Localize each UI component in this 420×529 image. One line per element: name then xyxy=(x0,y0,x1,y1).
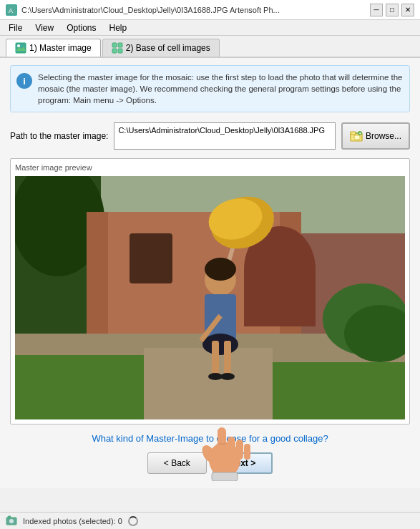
svg-point-37 xyxy=(202,334,238,355)
browse-button[interactable]: + Browse... xyxy=(341,122,410,150)
title-bar-left: A C:\Users\Administrator\Cloud_Desktop\J… xyxy=(6,4,280,16)
svg-rect-26 xyxy=(144,348,273,419)
svg-rect-6 xyxy=(118,43,122,47)
title-text: C:\Users\Administrator\Cloud_Desktop\Jel… xyxy=(21,6,280,14)
menu-help[interactable]: Help xyxy=(104,22,133,34)
back-button[interactable]: < Back xyxy=(147,452,207,474)
info-text: Selecting the master image for the mosai… xyxy=(38,72,404,106)
browse-label: Browse... xyxy=(366,131,401,141)
window-controls: ─ □ ✕ xyxy=(370,4,414,16)
cell-images-tab-icon xyxy=(112,42,123,54)
svg-rect-53 xyxy=(8,516,11,518)
svg-point-41 xyxy=(220,373,235,380)
status-photo-icon xyxy=(6,515,17,527)
master-image-preview xyxy=(15,176,405,419)
svg-text:+: + xyxy=(359,131,361,135)
svg-point-3 xyxy=(17,44,20,47)
help-link[interactable]: What kind of Master-Image to choose for … xyxy=(92,433,328,444)
svg-rect-5 xyxy=(112,43,117,47)
preview-legend: Master image preview xyxy=(15,163,405,172)
preview-group: Master image preview xyxy=(10,158,410,424)
info-icon: i xyxy=(16,73,32,89)
path-value: C:\Users\Administrator\Cloud_Desktop\Jel… xyxy=(114,122,336,150)
next-button[interactable]: Next > xyxy=(213,452,273,474)
svg-rect-30 xyxy=(273,362,405,419)
svg-rect-7 xyxy=(112,49,117,53)
menu-bar: File View Options Help xyxy=(0,20,420,36)
tab-master-image[interactable]: 1) Master image xyxy=(6,39,101,57)
loading-spinner xyxy=(128,516,138,526)
close-button[interactable]: ✕ xyxy=(401,4,414,16)
svg-rect-39 xyxy=(224,341,231,377)
svg-point-52 xyxy=(9,519,14,523)
nav-row: < Back Next > xyxy=(10,452,410,474)
path-label: Path to the master image: xyxy=(10,131,108,141)
info-box: i Selecting the master image for the mos… xyxy=(10,65,410,112)
svg-rect-29 xyxy=(15,355,144,419)
svg-rect-11 xyxy=(354,135,360,140)
browse-icon: + xyxy=(350,130,363,142)
tab-bar: 1) Master image 2) Base of cell images xyxy=(0,36,420,58)
svg-rect-10 xyxy=(351,132,356,135)
help-link-row: What kind of Master-Image to choose for … xyxy=(10,433,410,444)
menu-file[interactable]: File xyxy=(3,22,28,34)
tab-cell-images[interactable]: 2) Base of cell images xyxy=(102,39,220,57)
main-content: i Selecting the master image for the mos… xyxy=(0,58,420,488)
svg-rect-23 xyxy=(244,269,316,326)
svg-rect-50 xyxy=(212,472,238,481)
maximize-button[interactable]: □ xyxy=(386,4,399,16)
master-image-tab-icon xyxy=(15,42,26,54)
svg-point-35 xyxy=(205,258,236,281)
path-row: Path to the master image: C:\Users\Admin… xyxy=(10,122,410,150)
title-bar: A C:\Users\Administrator\Cloud_Desktop\J… xyxy=(0,0,420,20)
svg-text:A: A xyxy=(9,7,13,14)
svg-rect-38 xyxy=(212,341,219,377)
menu-options[interactable]: Options xyxy=(61,22,102,34)
minimize-button[interactable]: ─ xyxy=(370,4,383,16)
status-text: Indexed photos (selected): 0 xyxy=(23,517,122,525)
svg-rect-8 xyxy=(118,49,122,53)
tab-cell-images-label: 2) Base of cell images xyxy=(126,43,210,53)
menu-view[interactable]: View xyxy=(29,22,59,34)
svg-rect-24 xyxy=(130,233,172,283)
app-icon: A xyxy=(6,4,17,16)
tab-master-image-label: 1) Master image xyxy=(29,43,92,53)
status-bar: Indexed photos (selected): 0 xyxy=(0,512,420,529)
